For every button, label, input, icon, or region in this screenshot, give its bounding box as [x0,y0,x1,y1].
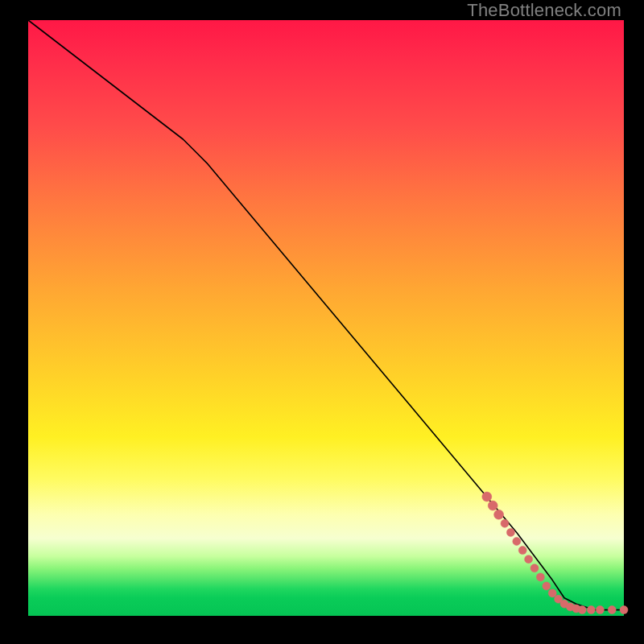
data-marker [596,606,604,614]
data-marker [525,555,533,564]
data-marker [608,606,616,614]
data-marker [488,501,497,510]
watermark-text: TheBottleneck.com [467,0,621,21]
marker-group [482,492,628,614]
data-marker [518,547,526,555]
data-marker [587,606,595,614]
data-marker [543,582,551,590]
data-marker [548,589,556,597]
data-marker [530,564,539,572]
data-marker [506,528,514,536]
data-marker [513,538,521,546]
curve-line [28,20,624,610]
plot-area [28,20,624,616]
data-marker [620,606,628,614]
data-marker [536,573,544,581]
chart-frame: TheBottleneck.com [0,0,644,644]
chart-svg [28,20,624,616]
data-marker [501,519,509,527]
data-marker [494,510,504,519]
data-marker [578,606,586,614]
data-marker [482,492,492,502]
